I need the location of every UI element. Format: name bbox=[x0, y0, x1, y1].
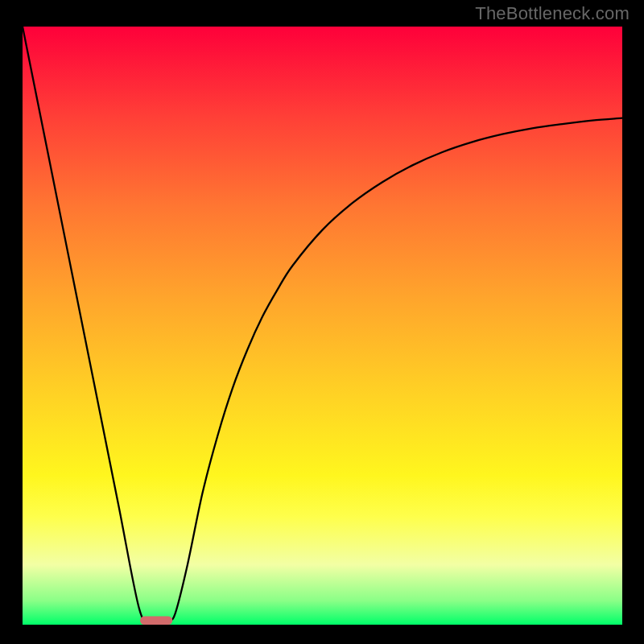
watermark-text: TheBottleneck.com bbox=[475, 3, 630, 24]
outer-frame: TheBottleneck.com bbox=[0, 0, 644, 644]
trough-marker bbox=[140, 617, 172, 625]
chart-svg bbox=[23, 27, 622, 625]
gradient-background bbox=[23, 27, 622, 625]
chart-plot-area bbox=[23, 27, 622, 625]
